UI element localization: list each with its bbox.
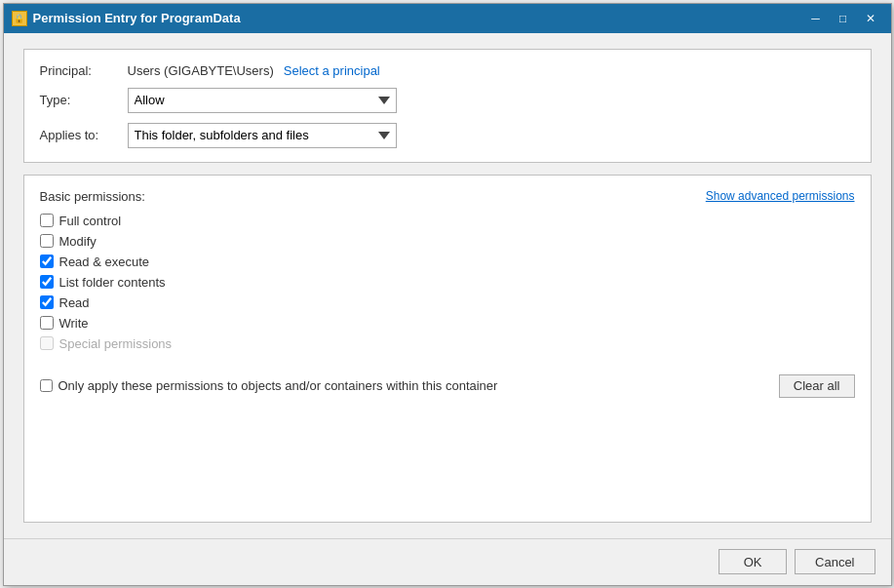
applies-to-value: This folder, subfolders and files This f… [128,123,397,148]
perm-full-control-checkbox[interactable] [40,214,54,227]
perm-read-execute-checkbox[interactable] [40,255,54,268]
principal-text: Users (GIGABYTE\Users) [128,63,274,78]
perm-list-folder-row: List folder contents [40,275,855,290]
maximize-button[interactable]: □ [831,9,856,28]
perm-modify-label: Modify [59,234,97,249]
perm-full-control-label: Full control [59,214,122,228]
perm-modify-row: Modify [40,234,855,249]
perm-list-folder-checkbox[interactable] [40,275,54,289]
perm-list-folder-label: List folder contents [59,275,166,290]
top-section: Principal: Users (GIGABYTE\Users) Select… [23,49,872,163]
window-icon: 🔒 [12,11,27,26]
perm-special-label: Special permissions [59,336,173,351]
close-button[interactable]: ✕ [858,9,883,28]
perm-write-row: Write [40,316,855,331]
footer: OK Cancel [4,538,891,585]
permissions-header: Basic permissions: Show advanced permiss… [40,189,855,204]
apply-row: Only apply these permissions to objects … [40,365,855,398]
perm-special-checkbox [40,336,54,350]
perm-write-label: Write [59,316,89,331]
content-area: Principal: Users (GIGABYTE\Users) Select… [4,33,891,538]
clear-all-button[interactable]: Clear all [779,374,855,398]
type-value: Allow Deny [128,88,397,113]
titlebar: 🔒 Permission Entry for ProgramData ─ □ ✕ [4,4,891,33]
applies-to-label: Applies to: [40,128,128,142]
perm-read-checkbox[interactable] [40,295,54,309]
window-title: Permission Entry for ProgramData [33,11,797,25]
applies-to-dropdown[interactable]: This folder, subfolders and files This f… [128,123,397,148]
perm-modify-checkbox[interactable] [40,234,54,248]
perm-read-row: Read [40,295,855,310]
type-label: Type: [40,93,128,107]
apply-only-checkbox[interactable] [40,379,53,392]
principal-row: Principal: Users (GIGABYTE\Users) Select… [40,63,855,78]
perm-read-execute-row: Read & execute [40,255,855,269]
perm-read-execute-label: Read & execute [59,255,150,269]
apply-left: Only apply these permissions to objects … [40,378,498,393]
show-advanced-link[interactable]: Show advanced permissions [706,189,855,203]
applies-to-row: Applies to: This folder, subfolders and … [40,123,855,148]
principal-label: Principal: [40,63,128,78]
perm-write-checkbox[interactable] [40,316,54,330]
permissions-label: Basic permissions: [40,189,145,204]
apply-only-label: Only apply these permissions to objects … [58,378,498,393]
type-dropdown[interactable]: Allow Deny [128,88,397,113]
ok-button[interactable]: OK [719,549,787,574]
perm-full-control-row: Full control [40,214,855,228]
type-row: Type: Allow Deny [40,88,855,113]
principal-value: Users (GIGABYTE\Users) Select a principa… [128,63,380,78]
permissions-section: Basic permissions: Show advanced permiss… [23,175,872,523]
select-principal-link[interactable]: Select a principal [284,63,380,78]
perm-read-label: Read [59,295,90,310]
cancel-button[interactable]: Cancel [795,549,875,574]
minimize-button[interactable]: ─ [803,9,829,28]
perm-special-row: Special permissions [40,336,855,351]
titlebar-controls: ─ □ ✕ [803,9,883,28]
main-window: 🔒 Permission Entry for ProgramData ─ □ ✕… [3,3,892,586]
